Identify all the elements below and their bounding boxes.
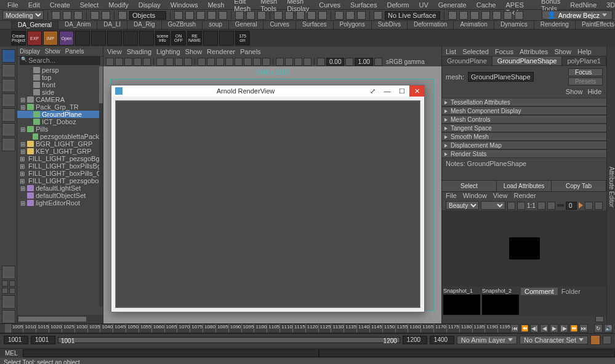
rv-play-icon[interactable] <box>579 202 583 208</box>
prefs-icon[interactable] <box>603 336 611 344</box>
vp-colorspace-label[interactable]: sRGB gamma <box>384 58 427 65</box>
hypershade-icon[interactable] <box>307 11 316 20</box>
attr-resize-icon[interactable] <box>595 316 604 322</box>
range-start-inner[interactable]: 1001 <box>31 336 55 344</box>
shelf-tab-gozbrush[interactable]: GoZBrush <box>162 20 203 29</box>
attr-tab-groundplane[interactable]: GroundPlane <box>442 57 492 65</box>
attr-tab-groundplaneshape[interactable]: GroundPlaneShape <box>492 57 563 65</box>
shelf-tab-soup[interactable]: soup <box>203 20 229 29</box>
outliner-row-fill-light-pezsgobgr-grp[interactable]: ⊞FILL_LIGHT_pezsgoBgr_GRP <box>17 155 99 162</box>
vp-menu-shading[interactable]: Shading <box>127 48 151 55</box>
vp-wire-icon[interactable] <box>198 58 206 66</box>
shelf-icon-8[interactable] <box>123 31 138 46</box>
attr-focus-button[interactable]: Focus <box>568 68 603 76</box>
shelf-175cm-icon[interactable]: 175 cm <box>235 31 250 46</box>
expand-icon[interactable]: ⊞ <box>20 105 25 110</box>
rv-menu-view[interactable]: View <box>493 192 508 200</box>
step-fwd-key-button[interactable]: ⏩ <box>569 324 578 333</box>
expand-icon[interactable]: ⊞ <box>20 164 25 169</box>
shelf-icon-5[interactable] <box>75 31 90 46</box>
attr-menu-show[interactable]: Show <box>554 48 571 55</box>
shelf-import-icon[interactable]: IMP <box>43 31 58 46</box>
vp-grease-icon[interactable] <box>143 58 151 66</box>
snap-grid-icon[interactable] <box>174 11 183 20</box>
rv-exposure-field[interactable]: 0 <box>566 202 577 210</box>
outliner-hscrollbar[interactable] <box>17 315 103 323</box>
attr-hide-button[interactable]: Hide <box>587 88 601 95</box>
shelf-tab-general[interactable]: General <box>229 20 264 29</box>
attr-menu-focus[interactable]: Focus <box>495 48 513 55</box>
arv-minimize-button[interactable]: — <box>380 85 395 97</box>
light-editor-icon[interactable] <box>318 11 327 20</box>
rv-menu-render[interactable]: Render <box>514 192 536 200</box>
expand-icon[interactable]: ⊞ <box>20 186 25 191</box>
snapshot-1[interactable]: Snapshot_1 <box>443 288 480 315</box>
arv-titlebar[interactable]: Arnold RenderView ⤢ — ☐ ✕ <box>111 85 424 97</box>
expand-icon[interactable]: ⊞ <box>20 200 25 206</box>
outliner-row-fill-light-boxpillsbgr-grp[interactable]: ⊞FILL_LIGHT_boxPillsBgr_GRP <box>17 162 99 170</box>
menu-deform[interactable]: Deform <box>382 1 414 9</box>
vp-bookmark-icon[interactable] <box>115 58 123 66</box>
snap-tab-comment[interactable]: Comment <box>521 288 558 295</box>
outliner-row-pezsgotablettapack[interactable]: pezsgotablettaPack <box>17 133 99 140</box>
new-scene-icon[interactable] <box>52 11 60 20</box>
rv-ratio-label[interactable]: 1:1 <box>527 202 536 209</box>
vp-2d-pan-icon[interactable] <box>134 58 142 66</box>
shelf-tab-deformation[interactable]: Deformation <box>408 20 454 29</box>
menu-cache[interactable]: Cache <box>472 1 501 9</box>
vp-gamma-icon[interactable] <box>345 58 353 66</box>
play-fwd-button[interactable]: ▶ <box>550 324 558 333</box>
vp-viewtransform-icon[interactable] <box>374 58 382 66</box>
loop-button[interactable]: ↻ <box>594 324 603 333</box>
vp-image-plane-icon[interactable] <box>124 58 132 66</box>
outliner-row-defaultlightset[interactable]: ⊞defaultLightSet <box>17 184 99 192</box>
rv-menu-window[interactable]: Window <box>463 192 487 200</box>
snap-plane-icon[interactable] <box>207 11 216 20</box>
vp-texture-icon[interactable] <box>216 58 224 66</box>
vp-gate-mask-icon[interactable] <box>184 58 192 66</box>
menu-curves[interactable]: Curves <box>314 1 345 9</box>
outliner-row-fill-light-pezsgobox-grp[interactable]: ⊞FILL_LIGHT_pezsgobox_GRP <box>17 177 99 184</box>
range-start-outer[interactable]: 1001 <box>4 336 28 344</box>
rv-exposure-icon[interactable] <box>547 202 555 210</box>
arv-restore-icon[interactable]: ⤢ <box>365 85 380 97</box>
vp-ao-icon[interactable] <box>244 58 252 66</box>
rv-settings-icon[interactable] <box>595 202 603 210</box>
vp-menu-panels[interactable]: Panels <box>240 48 261 55</box>
menu-surfaces[interactable]: Surfaces <box>345 1 382 9</box>
outliner-row-front[interactable]: front <box>17 81 99 89</box>
shelf-tab-da-general[interactable]: DA_General <box>11 20 58 29</box>
snap-curve-icon[interactable] <box>185 11 194 20</box>
outliner-row-pack-grp-tr[interactable]: ⊞Pack_Grp_TR <box>17 103 99 111</box>
vp-smooth-icon[interactable] <box>207 58 215 66</box>
vp-res-gate-icon[interactable] <box>175 58 183 66</box>
outliner-row-groundplane[interactable]: GroundPlane <box>17 111 99 118</box>
rv-refresh-icon[interactable] <box>507 202 515 210</box>
snap-live-icon[interactable] <box>219 11 227 20</box>
outliner-row-top[interactable]: top <box>17 74 99 81</box>
expand-icon[interactable]: ⊞ <box>20 127 25 132</box>
save-scene-icon[interactable] <box>74 11 82 20</box>
vp-film-gate-icon[interactable] <box>166 58 174 66</box>
arnold-renderview-window[interactable]: Arnold RenderView ⤢ — ☐ ✕ <box>111 85 425 312</box>
vp-menu-lighting[interactable]: Lighting <box>156 48 180 55</box>
shelf-tab-dynamics[interactable]: Dynamics <box>494 20 534 29</box>
arv-maximize-button[interactable]: ☐ <box>395 85 409 97</box>
snapshot-2[interactable]: Snapshot_2 <box>482 288 519 315</box>
panel-g-icon[interactable] <box>515 11 523 20</box>
shelf-icon-6[interactable] <box>91 31 106 46</box>
menu-windows[interactable]: Windows <box>166 1 203 9</box>
account-chip[interactable]: 👤 Andrew Bejcz <box>542 10 613 20</box>
menu-rednine[interactable]: RedNine <box>565 1 601 9</box>
expand-icon[interactable]: ⊞ <box>20 171 25 176</box>
paint-select-tool-icon[interactable] <box>2 79 15 92</box>
vp-shadow-icon[interactable] <box>235 58 243 66</box>
attr-menu-list[interactable]: List <box>446 48 456 55</box>
shelf-tab-polygons[interactable]: Polygons <box>334 20 372 29</box>
move-tool-icon[interactable] <box>2 93 15 107</box>
menu-edit[interactable]: Edit <box>23 1 45 9</box>
vp-xray-active-icon[interactable] <box>294 58 302 66</box>
outliner-row-pills[interactable]: ⊞Pills <box>17 125 99 133</box>
shelf-open-icon[interactable]: Open <box>59 31 74 46</box>
rv-region-icon[interactable] <box>517 202 525 210</box>
